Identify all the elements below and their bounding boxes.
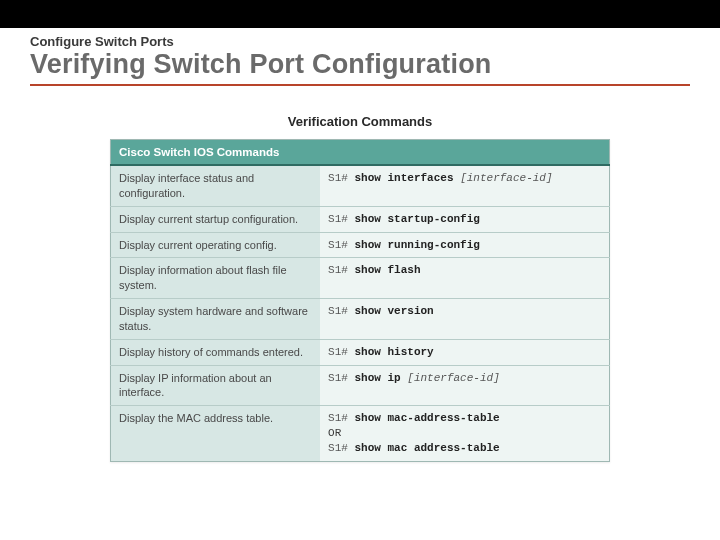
command-description: Display system hardware and software sta… xyxy=(111,299,321,340)
command-cell: S1# show history xyxy=(320,339,609,365)
table-row: Display the MAC address table.S1# show m… xyxy=(111,406,610,462)
page-title: Verifying Switch Port Configuration xyxy=(30,49,690,86)
slide-header: Configure Switch Ports Verifying Switch … xyxy=(0,28,720,88)
cli-keyword: show ip xyxy=(354,372,400,384)
cli-prompt: S1# xyxy=(328,412,354,424)
top-black-bar xyxy=(0,0,720,28)
command-cell: S1# show flash xyxy=(320,258,609,299)
cli-keyword: show flash xyxy=(354,264,420,276)
cli-prompt: S1# xyxy=(328,305,354,317)
cli-prompt: S1# xyxy=(328,239,354,251)
cli-prompt: S1# xyxy=(328,372,354,384)
table-header-row: Cisco Switch IOS Commands xyxy=(111,140,610,166)
cli-prompt: S1# xyxy=(328,264,354,276)
cli-keyword: show startup-config xyxy=(354,213,479,225)
command-description: Display history of commands entered. xyxy=(111,339,321,365)
table-row: Display history of commands entered.S1# … xyxy=(111,339,610,365)
command-description: Display current operating config. xyxy=(111,232,321,258)
cli-keyword: show mac address-table xyxy=(354,442,499,454)
command-cell: S1# show ip [interface-id] xyxy=(320,365,609,406)
command-cell: S1# show mac-address-table OR S1# show m… xyxy=(320,406,609,462)
command-cell: S1# show running-config xyxy=(320,232,609,258)
cli-or-label: OR xyxy=(328,427,341,439)
cli-keyword: show history xyxy=(354,346,433,358)
command-description: Display current startup configuration. xyxy=(111,206,321,232)
cli-keyword: show version xyxy=(354,305,433,317)
table-row: Display system hardware and software sta… xyxy=(111,299,610,340)
kicker-text: Configure Switch Ports xyxy=(30,34,690,49)
cli-keyword: show interfaces xyxy=(354,172,453,184)
table-row: Display information about flash file sys… xyxy=(111,258,610,299)
cli-prompt: S1# xyxy=(328,442,354,454)
command-cell: S1# show startup-config xyxy=(320,206,609,232)
table-row: Display current operating config.S1# sho… xyxy=(111,232,610,258)
cli-prompt: S1# xyxy=(328,172,354,184)
command-description: Display interface status and configurati… xyxy=(111,165,321,206)
command-cell: S1# show interfaces [interface-id] xyxy=(320,165,609,206)
command-description: Display information about flash file sys… xyxy=(111,258,321,299)
table-row: Display interface status and configurati… xyxy=(111,165,610,206)
cli-prompt: S1# xyxy=(328,346,354,358)
table-row: Display current startup configuration.S1… xyxy=(111,206,610,232)
cli-keyword: show mac-address-table xyxy=(354,412,499,424)
cli-argument: [interface-id] xyxy=(407,372,499,384)
cli-prompt: S1# xyxy=(328,213,354,225)
cli-keyword: show running-config xyxy=(354,239,479,251)
commands-table-container: Verification Commands Cisco Switch IOS C… xyxy=(110,114,610,462)
command-description: Display the MAC address table. xyxy=(111,406,321,462)
command-cell: S1# show version xyxy=(320,299,609,340)
table-row: Display IP information about an interfac… xyxy=(111,365,610,406)
table-caption: Verification Commands xyxy=(110,114,610,129)
commands-table: Cisco Switch IOS Commands Display interf… xyxy=(110,139,610,462)
command-description: Display IP information about an interfac… xyxy=(111,365,321,406)
cli-argument: [interface-id] xyxy=(460,172,552,184)
table-header-cell: Cisco Switch IOS Commands xyxy=(111,140,610,166)
